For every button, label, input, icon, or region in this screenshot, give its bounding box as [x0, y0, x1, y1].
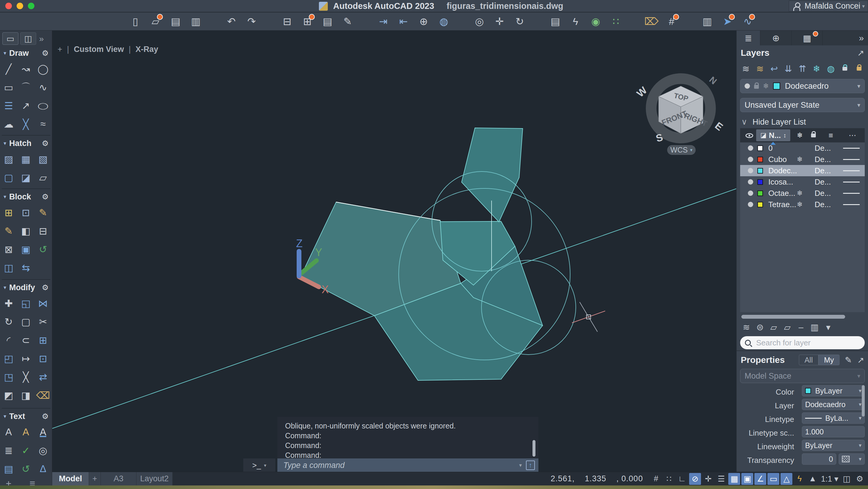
layer-walk-icon[interactable]: ≋ [740, 63, 752, 74]
layer-status-icon[interactable] [748, 145, 753, 151]
array-icon[interactable]: ⊞ [34, 331, 52, 349]
create-block-icon[interactable]: ⊡ [17, 203, 34, 222]
layout-tab-layout2[interactable]: Layout2 [136, 472, 173, 486]
layer-linetype[interactable]: De... [815, 189, 842, 198]
layers-panel-tab[interactable]: ≣ [737, 31, 760, 45]
layer-lock-icon[interactable] [839, 63, 851, 74]
layout-tab-a3[interactable]: A3 [101, 472, 136, 486]
copy-icon[interactable]: ◱ [17, 294, 34, 312]
print-icon[interactable]: ⊟ [281, 14, 293, 28]
draw-section-header[interactable]: ▾ Draw ⚙ [0, 48, 52, 58]
layer-row[interactable]: Cubo ❄ De... [740, 154, 865, 165]
panel-popout-icon[interactable]: ↗ [857, 355, 864, 365]
command-scrollbar[interactable] [532, 440, 535, 457]
insert-block-icon[interactable]: ⊞ [0, 203, 17, 222]
import-icon[interactable]: ⇥ [377, 14, 390, 28]
save-as-icon[interactable]: ▥ [190, 14, 202, 28]
xref-panel-tab[interactable]: ⊕ [760, 31, 792, 45]
new-property-filter-icon[interactable]: ▱ [780, 322, 794, 333]
panel-popout-icon[interactable]: ↗ [857, 48, 864, 58]
stretch-icon[interactable]: ↦ [17, 349, 34, 368]
viewport-plus-control[interactable]: + [58, 45, 62, 54]
layer-status-icon[interactable] [748, 179, 753, 185]
lineweight-column-icon[interactable]: ≡ [820, 131, 841, 140]
text-section-header[interactable]: ▾ Text ⚙ [0, 411, 52, 422]
orbit-icon[interactable]: ↻ [514, 14, 526, 28]
dodecahedron-net[interactable] [301, 128, 542, 380]
wcs-selector[interactable]: WCS ▾ [667, 145, 695, 155]
layer-color-swatch[interactable] [757, 145, 763, 151]
count-icon[interactable]: # [665, 14, 678, 28]
move-icon[interactable]: ✚ [0, 294, 17, 312]
single-text-icon[interactable]: A [0, 423, 17, 441]
layer-row[interactable]: Dodec... De... [740, 165, 865, 176]
edit-attribute-icon[interactable]: ✎ [0, 222, 17, 240]
open-filter-icon[interactable]: ▱ [767, 322, 780, 333]
layer-color-swatch[interactable] [757, 190, 763, 196]
text-underline-icon[interactable]: A [34, 423, 52, 441]
quick-properties-icon[interactable]: ✎ [845, 355, 852, 365]
arc-icon[interactable]: ⌒ [17, 78, 34, 96]
auto-scale-icon[interactable]: ϟ [794, 473, 805, 485]
attribute-manager-icon[interactable]: ⊟ [34, 222, 52, 240]
open-file-icon[interactable]: ▱ [149, 14, 162, 28]
fillet-icon[interactable]: ◜ [0, 331, 17, 349]
layer-color-swatch[interactable] [757, 168, 763, 174]
properties-my-tab[interactable]: My [818, 355, 839, 365]
viewport-controls[interactable]: + | Custom View | X-Ray [58, 45, 158, 54]
new-layout-button[interactable]: + [89, 472, 101, 486]
layer-status-icon[interactable] [748, 168, 753, 173]
viewcube[interactable]: W S E N TOP FRONT RIGHT [629, 58, 736, 156]
freeze-icon[interactable]: ❄ [797, 200, 815, 209]
viewport-visual-style-control[interactable]: X-Ray [135, 45, 158, 54]
layer-freeze-icon[interactable]: ❄ [810, 63, 823, 74]
block-swap-icon[interactable]: ⇆ [17, 258, 34, 277]
hide-layer-list-toggle[interactable]: ∨ Hide Layer List [741, 117, 806, 127]
helix-icon[interactable]: ≈ [34, 115, 52, 133]
explode-icon[interactable]: ◰ [0, 349, 17, 368]
block-editor-icon[interactable]: ✎ [34, 203, 52, 222]
text-style-icon[interactable]: A [17, 423, 34, 441]
palette-2d-tab[interactable]: ▭ [2, 32, 19, 45]
layer-linetype[interactable]: De... [815, 144, 842, 153]
viewport-view-control[interactable]: Custom View [74, 45, 124, 54]
model-tab[interactable]: Model [52, 472, 89, 486]
new-file-icon[interactable]: ▯ [129, 14, 142, 28]
polar-tracking-icon[interactable]: ⊘ [689, 473, 701, 485]
vertical-scrollbar[interactable] [862, 385, 865, 417]
graphics-performance-icon[interactable]: ∿ [741, 14, 754, 28]
lineweight-sample[interactable] [843, 159, 860, 160]
lineweight-sample[interactable] [843, 170, 860, 171]
join-icon[interactable]: ⇄ [34, 368, 52, 386]
palette-3d-tab[interactable]: ◫ [20, 32, 36, 45]
layer-linetype[interactable]: De... [815, 178, 842, 187]
tool-palettes-icon[interactable]: ∷ [610, 14, 622, 28]
pan-icon[interactable]: ✛ [493, 14, 506, 28]
columns-arrow-icon[interactable]: ▾ [822, 322, 835, 333]
purge-icon[interactable]: ⌦ [645, 14, 658, 28]
layer-row[interactable]: Icosa... De... [740, 176, 865, 187]
standards-check-icon[interactable]: ▥ [701, 14, 713, 28]
erase-icon[interactable]: ⌫ [34, 386, 52, 404]
ellipse-icon[interactable]: ◯ [34, 100, 52, 112]
layer-match-icon[interactable]: ≋ [754, 63, 766, 74]
polyline-icon[interactable]: ↝ [17, 60, 34, 78]
layer-search-input[interactable] [755, 338, 860, 348]
layer-linetype[interactable]: De... [815, 200, 842, 209]
lineweight-dropdown[interactable]: ByLayer ▾ [802, 440, 865, 451]
mirror-icon[interactable]: ⋈ [34, 294, 52, 312]
block-section-header[interactable]: ▾ Block ⚙ [0, 191, 52, 202]
dynamic-input-icon[interactable]: ▭ [768, 473, 779, 485]
offset-icon[interactable]: ⊂ [17, 331, 34, 349]
lineweight-sample[interactable] [843, 204, 860, 205]
lineweight-sample[interactable] [843, 193, 860, 194]
zoom-window-icon[interactable]: ◎ [473, 14, 486, 28]
command-input[interactable] [283, 460, 515, 470]
transparency-toggle-icon[interactable]: ▦ [728, 473, 740, 485]
layer-color-swatch[interactable] [757, 157, 763, 162]
freeze-icon[interactable]: ❄ [797, 155, 815, 163]
drawing-area[interactable]: Z Y X + | Custom View | X-Ray W S E [52, 31, 736, 472]
columns-icon[interactable]: ▥ [808, 322, 822, 333]
minimize-window-button[interactable] [17, 3, 23, 9]
sync-attributes-icon[interactable]: ↺ [34, 240, 52, 258]
